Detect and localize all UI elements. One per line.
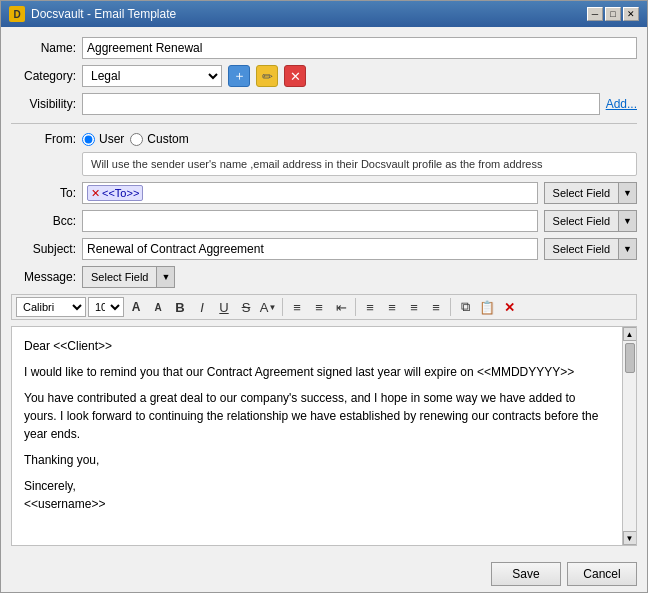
name-row: Name: <box>11 37 637 59</box>
window-title: Docsvault - Email Template <box>31 7 176 21</box>
subject-row: Subject: Select Field ▼ <box>11 238 637 260</box>
add-link[interactable]: Add... <box>606 97 637 111</box>
underline-button[interactable]: U <box>214 297 234 317</box>
from-info-box: Will use the sender user's name ,email a… <box>82 152 637 176</box>
subject-select-field-main[interactable]: Select Field <box>544 238 618 260</box>
title-bar-left: D Docsvault - Email Template <box>9 6 176 22</box>
font-color-button[interactable]: A▼ <box>258 297 278 317</box>
subject-select-field-button[interactable]: Select Field ▼ <box>544 238 637 260</box>
editor-wrapper: Dear <<Client>> I would like to remind y… <box>11 326 637 546</box>
from-row: From: User Custom <box>11 132 637 146</box>
toolbar-separator-1 <box>282 298 283 316</box>
scroll-thumb[interactable] <box>625 343 635 373</box>
bcc-select-field-arrow[interactable]: ▼ <box>618 210 637 232</box>
font-select[interactable]: Calibri Arial Times New Roman <box>16 297 86 317</box>
separator-1 <box>11 123 637 124</box>
list-ordered-button[interactable]: ≡ <box>309 297 329 317</box>
to-tag-value: <<To>> <box>102 187 139 199</box>
strikethrough-button[interactable]: S <box>236 297 256 317</box>
window-controls: ─ □ ✕ <box>587 7 639 21</box>
app-icon: D <box>9 6 25 22</box>
italic-button[interactable]: I <box>192 297 212 317</box>
message-row: Message: Select Field ▼ <box>11 266 637 288</box>
to-select-field-arrow[interactable]: ▼ <box>618 182 637 204</box>
name-label: Name: <box>11 41 76 55</box>
from-user-option[interactable]: User <box>82 132 124 146</box>
from-custom-radio[interactable] <box>130 133 143 146</box>
align-right-button[interactable]: ≡ <box>404 297 424 317</box>
message-select-arrow[interactable]: ▼ <box>156 266 175 288</box>
paste-button[interactable]: 📋 <box>477 297 497 317</box>
subject-input[interactable] <box>82 238 538 260</box>
name-input[interactable] <box>82 37 637 59</box>
bold-button[interactable]: B <box>170 297 190 317</box>
from-custom-label: Custom <box>147 132 188 146</box>
to-tag: ✕ <<To>> <box>87 185 143 201</box>
title-bar: D Docsvault - Email Template ─ □ ✕ <box>1 1 647 27</box>
editor-area[interactable]: Dear <<Client>> I would like to remind y… <box>12 327 622 545</box>
to-input[interactable]: ✕ <<To>> <box>82 182 538 204</box>
category-label: Category: <box>11 69 76 83</box>
visibility-input[interactable] <box>82 93 600 115</box>
from-user-label: User <box>99 132 124 146</box>
list-unordered-button[interactable]: ≡ <box>287 297 307 317</box>
client-merge-field: <<Client>> <box>53 339 112 353</box>
delete-button[interactable]: ✕ <box>499 297 519 317</box>
add-category-button[interactable]: ＋ <box>228 65 250 87</box>
message-label: Message: <box>11 270 76 284</box>
cancel-button[interactable]: Cancel <box>567 562 637 586</box>
from-custom-option[interactable]: Custom <box>130 132 188 146</box>
save-button[interactable]: Save <box>491 562 561 586</box>
bcc-input[interactable] <box>82 210 538 232</box>
editor-scrollbar: ▲ ▼ <box>622 327 636 545</box>
size-select[interactable]: 10 12 14 16 <box>88 297 124 317</box>
bcc-select-field-button[interactable]: Select Field ▼ <box>544 210 637 232</box>
bcc-row: Bcc: Select Field ▼ <box>11 210 637 232</box>
scroll-up-button[interactable]: ▲ <box>623 327 637 341</box>
visibility-label: Visibility: <box>11 97 76 111</box>
to-label: To: <box>11 186 76 200</box>
footer: Save Cancel <box>1 556 647 592</box>
to-row: To: ✕ <<To>> Select Field ▼ <box>11 182 637 204</box>
toolbar-separator-3 <box>450 298 451 316</box>
to-select-field-button[interactable]: Select Field ▼ <box>544 182 637 204</box>
subject-select-field-arrow[interactable]: ▼ <box>618 238 637 260</box>
editor-toolbar: Calibri Arial Times New Roman 10 12 14 1… <box>11 294 637 320</box>
message-select-main[interactable]: Select Field <box>82 266 156 288</box>
toolbar-separator-2 <box>355 298 356 316</box>
align-left-button[interactable]: ≡ <box>360 297 380 317</box>
bcc-select-field-main[interactable]: Select Field <box>544 210 618 232</box>
align-justify-button[interactable]: ≡ <box>426 297 446 317</box>
subject-label: Subject: <box>11 242 76 256</box>
category-select[interactable]: Legal Finance HR General <box>82 65 222 87</box>
to-select-field-main[interactable]: Select Field <box>544 182 618 204</box>
minimize-button[interactable]: ─ <box>587 7 603 21</box>
from-label: From: <box>11 132 76 146</box>
edit-category-button[interactable]: ✏ <box>256 65 278 87</box>
scroll-down-button[interactable]: ▼ <box>623 531 637 545</box>
outdent-button[interactable]: ⇤ <box>331 297 351 317</box>
decrease-font-button[interactable]: A <box>148 297 168 317</box>
from-user-radio[interactable] <box>82 133 95 146</box>
bcc-label: Bcc: <box>11 214 76 228</box>
username-merge-field: <<username>> <box>24 497 105 511</box>
category-row: Category: Legal Finance HR General ＋ ✏ ✕ <box>11 65 637 87</box>
close-button[interactable]: ✕ <box>623 7 639 21</box>
delete-category-button[interactable]: ✕ <box>284 65 306 87</box>
increase-font-button[interactable]: A <box>126 297 146 317</box>
content-area: Name: Category: Legal Finance HR General… <box>1 27 647 556</box>
align-center-button[interactable]: ≡ <box>382 297 402 317</box>
maximize-button[interactable]: □ <box>605 7 621 21</box>
to-tag-remove[interactable]: ✕ <box>91 187 100 200</box>
copy-button[interactable]: ⧉ <box>455 297 475 317</box>
date-merge-field: <<MMDDYYYY>> <box>477 365 574 379</box>
message-select-field-button[interactable]: Select Field ▼ <box>82 266 175 288</box>
main-window: D Docsvault - Email Template ─ □ ✕ Name:… <box>0 0 648 593</box>
visibility-row: Visibility: Add... <box>11 93 637 115</box>
